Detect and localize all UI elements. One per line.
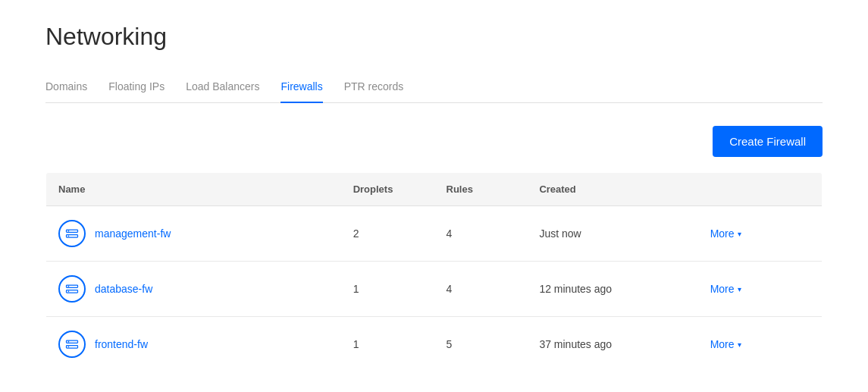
chevron-down-icon-database-fw: ▾: [738, 285, 741, 293]
tab-floating-ips[interactable]: Floating IPs: [108, 73, 165, 103]
tab-domains[interactable]: Domains: [45, 73, 87, 103]
firewall-icon-database-fw: [58, 275, 86, 303]
cell-created-database-fw: 12 minutes ago: [527, 262, 697, 317]
cell-name-database-fw: database-fw: [46, 262, 341, 317]
fw-name-cell-management-fw: management-fw: [58, 220, 329, 247]
toolbar: Create Firewall: [45, 126, 823, 157]
col-header-created: Created: [527, 173, 697, 206]
tab-load-balancers[interactable]: Load Balancers: [186, 73, 259, 103]
fw-name-cell-frontend-fw: frontend-fw: [58, 331, 329, 358]
cell-action-database-fw: More ▾: [698, 262, 823, 317]
cell-action-frontend-fw: More ▾: [698, 317, 823, 372]
more-button-management-fw[interactable]: More ▾: [710, 227, 741, 240]
cell-created-management-fw: Just now: [527, 206, 697, 262]
svg-point-11: [68, 347, 70, 348]
cell-droplets-management-fw: 2: [341, 206, 434, 262]
col-header-droplets: Droplets: [341, 173, 434, 206]
table-header-row: Name Droplets Rules Created: [46, 173, 823, 206]
tab-ptr-records[interactable]: PTR records: [344, 73, 404, 103]
chevron-down-icon-frontend-fw: ▾: [738, 340, 741, 349]
cell-created-frontend-fw: 37 minutes ago: [527, 317, 697, 372]
table-row: database-fw 1 4 12 minutes ago More ▾: [46, 262, 823, 317]
more-label-management-fw: More: [710, 227, 735, 240]
svg-point-3: [68, 236, 70, 237]
cell-rules-database-fw: 4: [434, 262, 528, 317]
col-header-name: Name: [46, 173, 341, 206]
more-label-frontend-fw: More: [710, 338, 735, 350]
table-row: frontend-fw 1 5 37 minutes ago More ▾: [46, 317, 823, 372]
tabs-nav: Domains Floating IPs Load Balancers Fire…: [45, 72, 823, 103]
firewall-icon-frontend-fw: [58, 331, 86, 358]
more-button-frontend-fw[interactable]: More ▾: [710, 338, 741, 350]
firewall-link-database-fw[interactable]: database-fw: [95, 283, 152, 295]
more-label-database-fw: More: [710, 283, 735, 295]
cell-rules-management-fw: 4: [434, 206, 528, 262]
svg-point-2: [68, 230, 70, 232]
cell-rules-frontend-fw: 5: [434, 317, 528, 372]
page-container: Networking Domains Floating IPs Load Bal…: [0, 0, 868, 392]
cell-droplets-database-fw: 1: [341, 262, 434, 317]
table-row: management-fw 2 4 Just now More ▾: [46, 206, 823, 262]
cell-action-management-fw: More ▾: [698, 206, 823, 262]
firewall-link-management-fw[interactable]: management-fw: [95, 227, 171, 240]
svg-point-6: [68, 286, 70, 287]
chevron-down-icon-management-fw: ▾: [738, 230, 741, 238]
cell-droplets-frontend-fw: 1: [341, 317, 434, 372]
col-header-rules: Rules: [434, 173, 528, 206]
col-header-action: [698, 173, 823, 206]
firewall-icon-management-fw: [58, 220, 86, 247]
fw-name-cell-database-fw: database-fw: [58, 275, 329, 303]
more-button-database-fw[interactable]: More ▾: [710, 283, 741, 295]
svg-point-10: [68, 341, 70, 343]
svg-point-7: [68, 291, 70, 293]
page-title: Networking: [45, 23, 823, 51]
create-firewall-button[interactable]: Create Firewall: [713, 126, 823, 157]
cell-name-management-fw: management-fw: [46, 206, 341, 262]
firewalls-table: Name Droplets Rules Created management-f…: [45, 172, 823, 372]
tab-firewalls[interactable]: Firewalls: [280, 73, 322, 103]
firewall-link-frontend-fw[interactable]: frontend-fw: [95, 338, 148, 350]
cell-name-frontend-fw: frontend-fw: [46, 317, 341, 372]
